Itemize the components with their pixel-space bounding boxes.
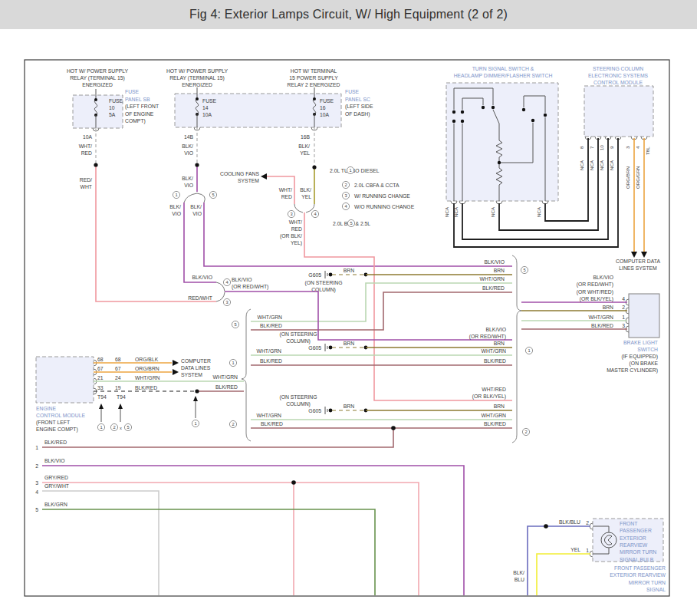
- g1-brn-label: BRN: [494, 341, 505, 346]
- svg-text:5: 5: [350, 221, 352, 226]
- marker-5-right: 5: [521, 266, 528, 273]
- svg-text:2: 2: [35, 463, 38, 469]
- ts-pin4-wire-label: NCA: [536, 206, 541, 217]
- marker-2-left: 2: [229, 420, 236, 427]
- marker-1-split: 1: [173, 191, 179, 198]
- note-3-text: W/ RUNNING CHANGE: [354, 193, 410, 199]
- steering-module-box: [584, 86, 653, 137]
- svg-text:1: 1: [528, 348, 530, 353]
- g2-whtgrn-label-l: WHT/GRN: [257, 413, 282, 418]
- svg-text:1: 1: [194, 421, 196, 426]
- ecm-t94-1: T94: [97, 394, 107, 400]
- steering-module-caption: STEERING COLUMNELECTRONIC SYSTEMSCONTROL…: [588, 66, 649, 85]
- g5-blkred-label-r: BLK/RED: [482, 285, 505, 291]
- bls-wire2-label: BRN: [603, 305, 613, 310]
- marker-3-merge: 3: [288, 210, 294, 217]
- bls-wire1-label: WHT/GRN: [589, 315, 614, 320]
- fuse16-pin: 16B: [301, 134, 311, 140]
- mirror-wire2-label: BLK/BLU: [559, 519, 580, 525]
- wiring-diagram-canvas: HOT W/ POWER SUPPLYRELAY (TERMINAL 15)EN…: [0, 0, 697, 616]
- fuse-panel-sc-location: (LEFT SIDEOF DASH): [345, 104, 373, 117]
- g5-blkred-label-l: BLK/RED: [260, 323, 282, 328]
- svg-text:21: 21: [97, 375, 104, 380]
- svg-text:67: 67: [115, 366, 121, 371]
- svg-text:BLK/GRN: BLK/GRN: [44, 502, 67, 507]
- scm-pin-10: 10: [599, 145, 604, 150]
- marker-1-left: 1: [229, 359, 236, 366]
- wiring-diagram-page: Fig 4: Exterior Lamps Circuit, W/ High E…: [0, 0, 697, 616]
- fuse16-caption: HOT W/ TERMINAL15 POWER SUPPLYRELAY 2 EN…: [288, 68, 340, 87]
- svg-text:1: 1: [232, 361, 234, 365]
- scm-pin-8: 8: [579, 146, 584, 149]
- svg-text:3: 3: [344, 193, 347, 198]
- scm-pin-9: 9: [609, 146, 614, 149]
- g2-whtgrn-label-r: WHT/GRN: [482, 413, 507, 418]
- svg-text:WHT/GRN: WHT/GRN: [135, 375, 160, 380]
- scm-wire3-label: ORG/BRN: [625, 166, 630, 189]
- marker-2-right: 2: [522, 428, 529, 435]
- turn-signal-switch-box: [446, 83, 558, 201]
- m4-blkvio-label: BLK/VIO: [192, 275, 212, 280]
- svg-text:2: 2: [344, 183, 347, 187]
- g1-whtgrn-label-r: WHT/GRN: [482, 348, 507, 354]
- fuse-panel-sc-box: [175, 87, 341, 130]
- svg-text:5: 5: [35, 507, 38, 512]
- mirror-pin1-num: 1: [586, 548, 589, 553]
- svg-text:3: 3: [225, 300, 228, 305]
- g1-blkred-label-l: BLK/RED: [260, 358, 282, 364]
- ts-pin1-wire-label: NCA: [444, 206, 449, 217]
- g1-brn-mid-label: BRN: [344, 341, 354, 346]
- brake-light-switch-box: [629, 294, 659, 338]
- svg-text:1: 1: [175, 193, 177, 197]
- svg-text:5: 5: [523, 268, 525, 272]
- note-2-text: 2.0L CBFA & CCTA: [354, 183, 399, 188]
- ecm-marker-1b: 1: [192, 420, 199, 427]
- note-4-text: W/O RUNNING CHANGE: [354, 204, 415, 209]
- scm-pin-7: 7: [589, 146, 594, 149]
- scm-wire4-label: ORG/GRN: [635, 166, 640, 189]
- svg-text:3: 3: [35, 480, 38, 486]
- svg-text:68: 68: [115, 357, 121, 362]
- note-4-marker: 4: [342, 203, 349, 209]
- g1-whtgrn-label-l: WHT/GRN: [257, 348, 282, 354]
- marker-1-right: 1: [525, 347, 532, 354]
- marker-3-join: 3: [223, 298, 230, 305]
- svg-text:3: 3: [290, 212, 292, 216]
- g5-brn-label: BRN: [494, 268, 505, 273]
- svg-text:33: 33: [97, 385, 104, 390]
- svg-text:GRY/RED: GRY/RED: [44, 475, 68, 480]
- ecm-t94-2: T94: [117, 394, 126, 400]
- g605-label-5: G605: [308, 272, 321, 278]
- fuse14-pin: 14B: [184, 134, 194, 140]
- svg-text:1: 1: [35, 445, 38, 450]
- ecm-marker-5: 5: [124, 423, 131, 430]
- svg-text:19: 19: [115, 385, 121, 390]
- g1-blkred-label-r: BLK/RED: [484, 358, 506, 364]
- mirror-wire1-label: YEL: [570, 547, 580, 552]
- svg-text:BLK/RED: BLK/RED: [44, 440, 67, 445]
- svg-text:4: 4: [35, 489, 38, 495]
- note-1-text: 2.0L TURBO DIESEL: [330, 168, 380, 173]
- note-1-marker: 1: [347, 166, 353, 173]
- g605-label-2: G605: [308, 408, 321, 413]
- svg-text:5: 5: [212, 193, 214, 197]
- g2-blkred-label-r: BLK/RED: [484, 421, 506, 427]
- scm-wire10-label: NCA: [599, 160, 604, 170]
- svg-text:ORG/BRN: ORG/BRN: [135, 366, 159, 371]
- scm-wire8-label: NCA: [579, 160, 584, 170]
- scm-connector-label: T8L: [645, 147, 650, 155]
- diagram-frame: [25, 60, 669, 596]
- mirror-pin2-num: 2: [586, 520, 589, 525]
- svg-text:BLK/VIO: BLK/VIO: [44, 458, 64, 463]
- svg-text:ORG/BLK: ORG/BLK: [135, 357, 159, 362]
- svg-text:2: 2: [232, 422, 234, 427]
- svg-text:2: 2: [524, 430, 527, 434]
- svg-text:5: 5: [127, 425, 129, 430]
- svg-text:5: 5: [234, 322, 236, 327]
- scm-wire9-label: NCA: [609, 160, 614, 170]
- svg-text:GRY/WHT: GRY/WHT: [44, 483, 69, 489]
- note-5-marker: 5: [347, 219, 354, 226]
- svg-text:67: 67: [97, 366, 104, 371]
- m3-redwht-label: RED/WHT: [188, 295, 212, 301]
- svg-text:68: 68: [97, 357, 104, 362]
